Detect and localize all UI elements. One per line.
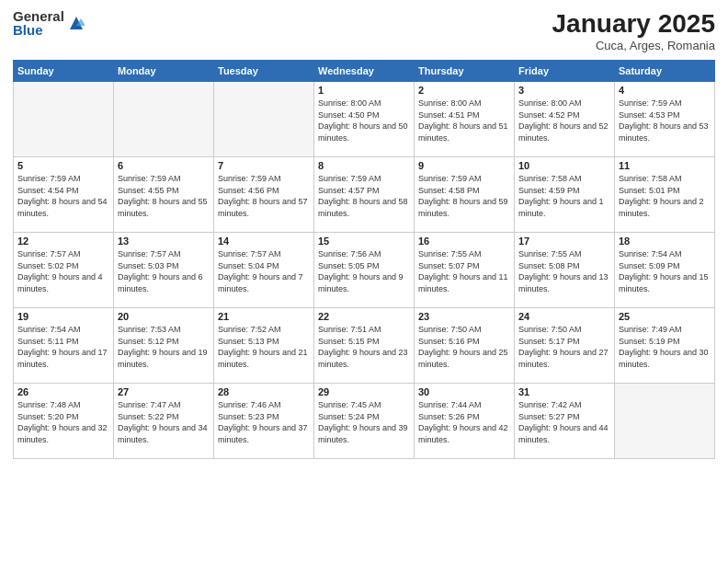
day-number: 10 (518, 160, 610, 171)
day-number: 4 (619, 85, 711, 96)
calendar-day-cell: 21Sunrise: 7:52 AM Sunset: 5:13 PM Dayli… (214, 308, 314, 384)
day-info: Sunrise: 7:59 AM Sunset: 4:55 PM Dayligh… (118, 173, 210, 219)
day-number: 30 (418, 386, 510, 397)
day-info: Sunrise: 7:44 AM Sunset: 5:26 PM Dayligh… (418, 399, 510, 445)
calendar-day-cell: 12Sunrise: 7:57 AM Sunset: 5:02 PM Dayli… (14, 233, 114, 308)
calendar-day-cell: 2Sunrise: 8:00 AM Sunset: 4:51 PM Daylig… (415, 82, 515, 157)
day-info: Sunrise: 7:57 AM Sunset: 5:02 PM Dayligh… (17, 248, 109, 294)
day-number: 23 (418, 311, 510, 322)
day-number: 2 (418, 85, 510, 96)
calendar-week-row: 5Sunrise: 7:59 AM Sunset: 4:54 PM Daylig… (14, 157, 715, 233)
day-info: Sunrise: 7:49 AM Sunset: 5:19 PM Dayligh… (619, 324, 711, 370)
day-info: Sunrise: 7:57 AM Sunset: 5:03 PM Dayligh… (118, 248, 210, 294)
day-number: 16 (418, 236, 510, 247)
day-number: 11 (619, 160, 711, 171)
calendar-week-row: 26Sunrise: 7:48 AM Sunset: 5:20 PM Dayli… (14, 384, 715, 459)
calendar-day-cell: 1Sunrise: 8:00 AM Sunset: 4:50 PM Daylig… (314, 82, 415, 157)
calendar-day-cell (14, 82, 114, 157)
day-number: 26 (17, 386, 109, 397)
day-info: Sunrise: 7:59 AM Sunset: 4:58 PM Dayligh… (418, 173, 510, 219)
day-number: 14 (218, 236, 310, 247)
day-info: Sunrise: 7:53 AM Sunset: 5:12 PM Dayligh… (118, 324, 210, 370)
calendar-header-row: Sunday Monday Tuesday Wednesday Thursday… (14, 61, 715, 82)
day-info: Sunrise: 8:00 AM Sunset: 4:51 PM Dayligh… (418, 98, 510, 144)
day-info: Sunrise: 7:52 AM Sunset: 5:13 PM Dayligh… (218, 324, 310, 370)
calendar-week-row: 12Sunrise: 7:57 AM Sunset: 5:02 PM Dayli… (14, 233, 715, 308)
day-number: 12 (17, 236, 109, 247)
header: General Blue January 2025 Cuca, Arges, R… (13, 9, 715, 52)
day-info: Sunrise: 7:54 AM Sunset: 5:11 PM Dayligh… (17, 324, 109, 370)
col-saturday: Saturday (615, 61, 715, 82)
day-number: 13 (118, 236, 210, 247)
calendar-day-cell: 4Sunrise: 7:59 AM Sunset: 4:53 PM Daylig… (615, 82, 715, 157)
calendar-day-cell: 14Sunrise: 7:57 AM Sunset: 5:04 PM Dayli… (214, 233, 314, 308)
day-number: 15 (318, 236, 410, 247)
calendar-day-cell (114, 82, 214, 157)
logo-general: General (13, 9, 64, 23)
calendar-day-cell: 28Sunrise: 7:46 AM Sunset: 5:23 PM Dayli… (214, 384, 314, 459)
col-sunday: Sunday (14, 61, 114, 82)
calendar-day-cell: 22Sunrise: 7:51 AM Sunset: 5:15 PM Dayli… (314, 308, 415, 384)
calendar-day-cell: 17Sunrise: 7:55 AM Sunset: 5:08 PM Dayli… (515, 233, 615, 308)
calendar-day-cell: 13Sunrise: 7:57 AM Sunset: 5:03 PM Dayli… (114, 233, 214, 308)
day-info: Sunrise: 7:50 AM Sunset: 5:16 PM Dayligh… (418, 324, 510, 370)
logo: General Blue (13, 9, 86, 37)
calendar-day-cell (615, 384, 715, 459)
col-friday: Friday (515, 61, 615, 82)
logo-text: General Blue (13, 9, 64, 37)
day-info: Sunrise: 7:55 AM Sunset: 5:08 PM Dayligh… (518, 248, 610, 294)
day-info: Sunrise: 7:58 AM Sunset: 4:59 PM Dayligh… (518, 173, 610, 219)
day-number: 29 (318, 386, 410, 397)
day-number: 25 (619, 311, 711, 322)
day-info: Sunrise: 7:58 AM Sunset: 5:01 PM Dayligh… (619, 173, 711, 219)
calendar-day-cell: 11Sunrise: 7:58 AM Sunset: 5:01 PM Dayli… (615, 157, 715, 233)
day-number: 19 (17, 311, 109, 322)
logo-blue: Blue (13, 23, 64, 37)
day-info: Sunrise: 7:59 AM Sunset: 4:56 PM Dayligh… (218, 173, 310, 219)
day-number: 28 (218, 386, 310, 397)
calendar-day-cell: 7Sunrise: 7:59 AM Sunset: 4:56 PM Daylig… (214, 157, 314, 233)
calendar-day-cell: 18Sunrise: 7:54 AM Sunset: 5:09 PM Dayli… (615, 233, 715, 308)
day-number: 31 (518, 386, 610, 397)
calendar-day-cell: 27Sunrise: 7:47 AM Sunset: 5:22 PM Dayli… (114, 384, 214, 459)
day-info: Sunrise: 8:00 AM Sunset: 4:50 PM Dayligh… (318, 98, 410, 144)
title-block: January 2025 Cuca, Arges, Romania (552, 9, 715, 52)
calendar-day-cell: 19Sunrise: 7:54 AM Sunset: 5:11 PM Dayli… (14, 308, 114, 384)
day-info: Sunrise: 7:57 AM Sunset: 5:04 PM Dayligh… (218, 248, 310, 294)
calendar-day-cell: 3Sunrise: 8:00 AM Sunset: 4:52 PM Daylig… (515, 82, 615, 157)
calendar-day-cell: 8Sunrise: 7:59 AM Sunset: 4:57 PM Daylig… (314, 157, 415, 233)
day-number: 22 (318, 311, 410, 322)
day-number: 6 (118, 160, 210, 171)
day-number: 9 (418, 160, 510, 171)
calendar-table: Sunday Monday Tuesday Wednesday Thursday… (13, 60, 715, 459)
col-wednesday: Wednesday (314, 61, 415, 82)
day-info: Sunrise: 7:51 AM Sunset: 5:15 PM Dayligh… (318, 324, 410, 370)
calendar-day-cell: 29Sunrise: 7:45 AM Sunset: 5:24 PM Dayli… (314, 384, 415, 459)
day-number: 20 (118, 311, 210, 322)
day-info: Sunrise: 7:50 AM Sunset: 5:17 PM Dayligh… (518, 324, 610, 370)
calendar-day-cell: 20Sunrise: 7:53 AM Sunset: 5:12 PM Dayli… (114, 308, 214, 384)
calendar-day-cell: 6Sunrise: 7:59 AM Sunset: 4:55 PM Daylig… (114, 157, 214, 233)
col-tuesday: Tuesday (214, 61, 314, 82)
day-info: Sunrise: 7:55 AM Sunset: 5:07 PM Dayligh… (418, 248, 510, 294)
calendar-day-cell: 5Sunrise: 7:59 AM Sunset: 4:54 PM Daylig… (14, 157, 114, 233)
day-info: Sunrise: 7:59 AM Sunset: 4:57 PM Dayligh… (318, 173, 410, 219)
calendar-day-cell: 31Sunrise: 7:42 AM Sunset: 5:27 PM Dayli… (515, 384, 615, 459)
calendar-day-cell: 9Sunrise: 7:59 AM Sunset: 4:58 PM Daylig… (415, 157, 515, 233)
calendar-day-cell: 10Sunrise: 7:58 AM Sunset: 4:59 PM Dayli… (515, 157, 615, 233)
day-info: Sunrise: 7:59 AM Sunset: 4:54 PM Dayligh… (17, 173, 109, 219)
day-number: 7 (218, 160, 310, 171)
calendar-day-cell: 23Sunrise: 7:50 AM Sunset: 5:16 PM Dayli… (415, 308, 515, 384)
day-number: 21 (218, 311, 310, 322)
day-info: Sunrise: 7:54 AM Sunset: 5:09 PM Dayligh… (619, 248, 711, 294)
day-info: Sunrise: 7:48 AM Sunset: 5:20 PM Dayligh… (17, 399, 109, 445)
day-info: Sunrise: 7:42 AM Sunset: 5:27 PM Dayligh… (518, 399, 610, 445)
day-info: Sunrise: 7:47 AM Sunset: 5:22 PM Dayligh… (118, 399, 210, 445)
calendar-day-cell: 25Sunrise: 7:49 AM Sunset: 5:19 PM Dayli… (615, 308, 715, 384)
day-info: Sunrise: 7:46 AM Sunset: 5:23 PM Dayligh… (218, 399, 310, 445)
day-number: 8 (318, 160, 410, 171)
logo-icon (66, 13, 86, 33)
calendar-day-cell: 16Sunrise: 7:55 AM Sunset: 5:07 PM Dayli… (415, 233, 515, 308)
calendar-day-cell (214, 82, 314, 157)
day-number: 18 (619, 236, 711, 247)
